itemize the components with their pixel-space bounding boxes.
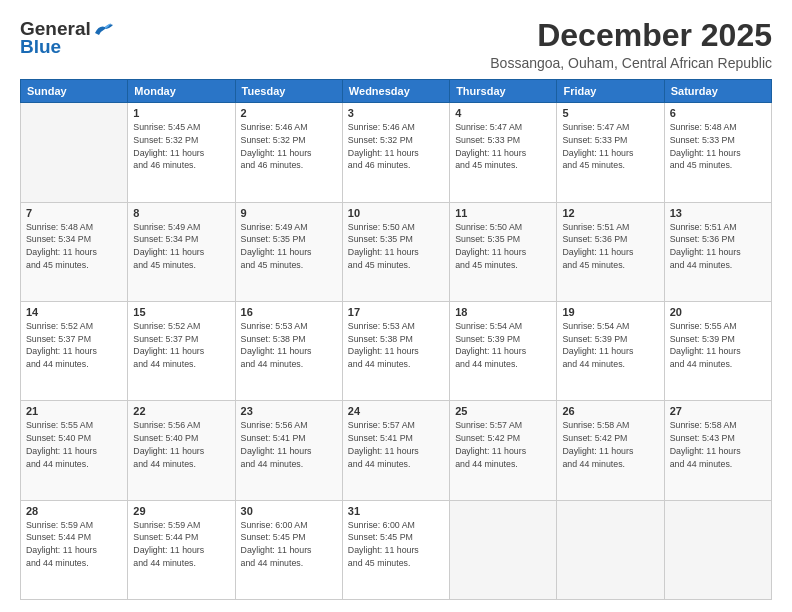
day-number: 2 bbox=[241, 107, 337, 119]
day-of-week-header: Wednesday bbox=[342, 80, 449, 103]
calendar-cell bbox=[21, 103, 128, 202]
calendar-cell: 3Sunrise: 5:46 AMSunset: 5:32 PMDaylight… bbox=[342, 103, 449, 202]
day-of-week-header: Sunday bbox=[21, 80, 128, 103]
day-number: 23 bbox=[241, 405, 337, 417]
day-info: Sunrise: 5:48 AMSunset: 5:34 PMDaylight:… bbox=[26, 221, 122, 272]
calendar-cell: 20Sunrise: 5:55 AMSunset: 5:39 PMDayligh… bbox=[664, 301, 771, 400]
calendar-cell: 9Sunrise: 5:49 AMSunset: 5:35 PMDaylight… bbox=[235, 202, 342, 301]
logo-blue: Blue bbox=[20, 36, 61, 58]
calendar-cell: 21Sunrise: 5:55 AMSunset: 5:40 PMDayligh… bbox=[21, 401, 128, 500]
day-info: Sunrise: 5:57 AMSunset: 5:41 PMDaylight:… bbox=[348, 419, 444, 470]
calendar-cell: 17Sunrise: 5:53 AMSunset: 5:38 PMDayligh… bbox=[342, 301, 449, 400]
calendar-cell: 5Sunrise: 5:47 AMSunset: 5:33 PMDaylight… bbox=[557, 103, 664, 202]
day-of-week-header: Saturday bbox=[664, 80, 771, 103]
day-info: Sunrise: 5:59 AMSunset: 5:44 PMDaylight:… bbox=[133, 519, 229, 570]
calendar-cell: 30Sunrise: 6:00 AMSunset: 5:45 PMDayligh… bbox=[235, 500, 342, 599]
day-info: Sunrise: 5:57 AMSunset: 5:42 PMDaylight:… bbox=[455, 419, 551, 470]
calendar-cell: 13Sunrise: 5:51 AMSunset: 5:36 PMDayligh… bbox=[664, 202, 771, 301]
day-info: Sunrise: 5:49 AMSunset: 5:34 PMDaylight:… bbox=[133, 221, 229, 272]
calendar: SundayMondayTuesdayWednesdayThursdayFrid… bbox=[20, 79, 772, 600]
calendar-cell: 25Sunrise: 5:57 AMSunset: 5:42 PMDayligh… bbox=[450, 401, 557, 500]
day-of-week-header: Friday bbox=[557, 80, 664, 103]
calendar-cell: 29Sunrise: 5:59 AMSunset: 5:44 PMDayligh… bbox=[128, 500, 235, 599]
day-number: 8 bbox=[133, 207, 229, 219]
calendar-cell bbox=[664, 500, 771, 599]
day-number: 21 bbox=[26, 405, 122, 417]
day-info: Sunrise: 5:46 AMSunset: 5:32 PMDaylight:… bbox=[241, 121, 337, 172]
day-number: 12 bbox=[562, 207, 658, 219]
day-info: Sunrise: 5:45 AMSunset: 5:32 PMDaylight:… bbox=[133, 121, 229, 172]
day-info: Sunrise: 6:00 AMSunset: 5:45 PMDaylight:… bbox=[348, 519, 444, 570]
day-of-week-header: Monday bbox=[128, 80, 235, 103]
day-number: 1 bbox=[133, 107, 229, 119]
day-number: 7 bbox=[26, 207, 122, 219]
logo-bird-icon bbox=[93, 21, 115, 37]
day-info: Sunrise: 5:47 AMSunset: 5:33 PMDaylight:… bbox=[562, 121, 658, 172]
calendar-cell: 11Sunrise: 5:50 AMSunset: 5:35 PMDayligh… bbox=[450, 202, 557, 301]
day-number: 15 bbox=[133, 306, 229, 318]
calendar-cell: 8Sunrise: 5:49 AMSunset: 5:34 PMDaylight… bbox=[128, 202, 235, 301]
day-number: 22 bbox=[133, 405, 229, 417]
calendar-cell: 27Sunrise: 5:58 AMSunset: 5:43 PMDayligh… bbox=[664, 401, 771, 500]
day-number: 9 bbox=[241, 207, 337, 219]
day-number: 17 bbox=[348, 306, 444, 318]
day-info: Sunrise: 5:52 AMSunset: 5:37 PMDaylight:… bbox=[26, 320, 122, 371]
header: General Blue December 2025 Bossangoa, Ou… bbox=[20, 18, 772, 71]
day-number: 5 bbox=[562, 107, 658, 119]
day-number: 4 bbox=[455, 107, 551, 119]
day-of-week-header: Tuesday bbox=[235, 80, 342, 103]
day-number: 3 bbox=[348, 107, 444, 119]
day-number: 29 bbox=[133, 505, 229, 517]
calendar-cell: 18Sunrise: 5:54 AMSunset: 5:39 PMDayligh… bbox=[450, 301, 557, 400]
day-number: 20 bbox=[670, 306, 766, 318]
day-number: 13 bbox=[670, 207, 766, 219]
day-info: Sunrise: 5:58 AMSunset: 5:43 PMDaylight:… bbox=[670, 419, 766, 470]
day-number: 19 bbox=[562, 306, 658, 318]
calendar-cell: 26Sunrise: 5:58 AMSunset: 5:42 PMDayligh… bbox=[557, 401, 664, 500]
day-info: Sunrise: 5:59 AMSunset: 5:44 PMDaylight:… bbox=[26, 519, 122, 570]
month-title: December 2025 bbox=[490, 18, 772, 53]
location: Bossangoa, Ouham, Central African Republ… bbox=[490, 55, 772, 71]
day-number: 24 bbox=[348, 405, 444, 417]
calendar-cell: 28Sunrise: 5:59 AMSunset: 5:44 PMDayligh… bbox=[21, 500, 128, 599]
calendar-cell: 7Sunrise: 5:48 AMSunset: 5:34 PMDaylight… bbox=[21, 202, 128, 301]
day-number: 10 bbox=[348, 207, 444, 219]
calendar-cell: 14Sunrise: 5:52 AMSunset: 5:37 PMDayligh… bbox=[21, 301, 128, 400]
day-number: 28 bbox=[26, 505, 122, 517]
calendar-cell: 4Sunrise: 5:47 AMSunset: 5:33 PMDaylight… bbox=[450, 103, 557, 202]
calendar-cell bbox=[557, 500, 664, 599]
day-info: Sunrise: 6:00 AMSunset: 5:45 PMDaylight:… bbox=[241, 519, 337, 570]
day-number: 31 bbox=[348, 505, 444, 517]
calendar-cell: 6Sunrise: 5:48 AMSunset: 5:33 PMDaylight… bbox=[664, 103, 771, 202]
day-info: Sunrise: 5:53 AMSunset: 5:38 PMDaylight:… bbox=[348, 320, 444, 371]
day-info: Sunrise: 5:58 AMSunset: 5:42 PMDaylight:… bbox=[562, 419, 658, 470]
logo: General Blue bbox=[20, 18, 115, 58]
title-block: December 2025 Bossangoa, Ouham, Central … bbox=[490, 18, 772, 71]
day-info: Sunrise: 5:46 AMSunset: 5:32 PMDaylight:… bbox=[348, 121, 444, 172]
calendar-cell: 10Sunrise: 5:50 AMSunset: 5:35 PMDayligh… bbox=[342, 202, 449, 301]
calendar-cell: 16Sunrise: 5:53 AMSunset: 5:38 PMDayligh… bbox=[235, 301, 342, 400]
calendar-cell: 23Sunrise: 5:56 AMSunset: 5:41 PMDayligh… bbox=[235, 401, 342, 500]
day-info: Sunrise: 5:54 AMSunset: 5:39 PMDaylight:… bbox=[455, 320, 551, 371]
calendar-cell: 1Sunrise: 5:45 AMSunset: 5:32 PMDaylight… bbox=[128, 103, 235, 202]
day-number: 18 bbox=[455, 306, 551, 318]
day-number: 26 bbox=[562, 405, 658, 417]
day-info: Sunrise: 5:50 AMSunset: 5:35 PMDaylight:… bbox=[455, 221, 551, 272]
day-info: Sunrise: 5:47 AMSunset: 5:33 PMDaylight:… bbox=[455, 121, 551, 172]
calendar-cell: 15Sunrise: 5:52 AMSunset: 5:37 PMDayligh… bbox=[128, 301, 235, 400]
calendar-cell: 24Sunrise: 5:57 AMSunset: 5:41 PMDayligh… bbox=[342, 401, 449, 500]
day-info: Sunrise: 5:52 AMSunset: 5:37 PMDaylight:… bbox=[133, 320, 229, 371]
page: General Blue December 2025 Bossangoa, Ou… bbox=[0, 0, 792, 612]
day-info: Sunrise: 5:55 AMSunset: 5:40 PMDaylight:… bbox=[26, 419, 122, 470]
day-info: Sunrise: 5:54 AMSunset: 5:39 PMDaylight:… bbox=[562, 320, 658, 371]
calendar-cell: 31Sunrise: 6:00 AMSunset: 5:45 PMDayligh… bbox=[342, 500, 449, 599]
day-number: 14 bbox=[26, 306, 122, 318]
day-number: 25 bbox=[455, 405, 551, 417]
calendar-header-row: SundayMondayTuesdayWednesdayThursdayFrid… bbox=[21, 80, 772, 103]
day-number: 6 bbox=[670, 107, 766, 119]
day-info: Sunrise: 5:56 AMSunset: 5:40 PMDaylight:… bbox=[133, 419, 229, 470]
day-number: 11 bbox=[455, 207, 551, 219]
day-of-week-header: Thursday bbox=[450, 80, 557, 103]
day-info: Sunrise: 5:48 AMSunset: 5:33 PMDaylight:… bbox=[670, 121, 766, 172]
day-info: Sunrise: 5:53 AMSunset: 5:38 PMDaylight:… bbox=[241, 320, 337, 371]
